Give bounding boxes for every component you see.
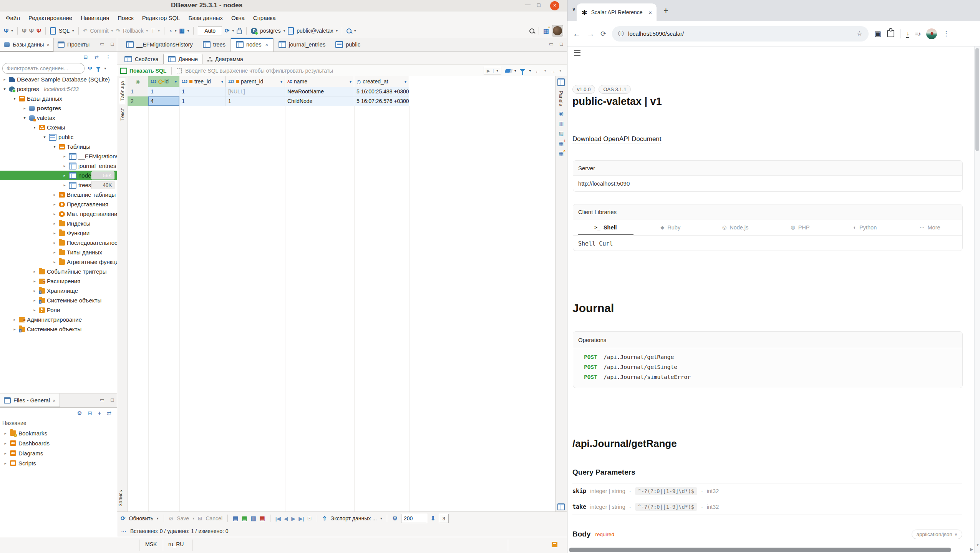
- expand-filter-icon[interactable]: [177, 68, 182, 73]
- close-button[interactable]: ×: [550, 1, 559, 10]
- refresh-dropdown[interactable]: ▾: [232, 29, 234, 33]
- tab-nodes[interactable]: nodes×: [230, 38, 274, 51]
- collapse-all-icon[interactable]: ⊟: [88, 410, 92, 416]
- tree-item-extensions[interactable]: ▸Расширения: [0, 276, 117, 286]
- tree-item-postgres-connection[interactable]: ▾postgreslocalhost:5433: [0, 84, 117, 94]
- minimize-button[interactable]: —: [525, 1, 531, 7]
- extensions-puzzle-icon[interactable]: [887, 30, 894, 37]
- cell-tree-id[interactable]: 1: [179, 96, 226, 106]
- details-icon[interactable]: ⋯: [121, 528, 126, 534]
- disconnect-icon[interactable]: Ψ: [36, 28, 41, 34]
- chevron-down-icon[interactable]: ▾: [42, 135, 47, 139]
- chevron-right-icon[interactable]: ▸: [22, 106, 27, 110]
- save-button[interactable]: Save: [177, 515, 189, 521]
- apply-filter-button[interactable]: ▶|▾: [484, 67, 501, 75]
- transaction-dropdown[interactable]: ▾: [158, 29, 160, 33]
- filter-funnel-icon[interactable]: [96, 67, 100, 70]
- connection-select[interactable]: postgres: [260, 28, 281, 34]
- cancel-button[interactable]: Cancel: [206, 515, 222, 521]
- dbeaver-profile-button[interactable]: [552, 25, 563, 37]
- locale-indicator[interactable]: ru_RU: [168, 541, 184, 547]
- tab-organizer-icon[interactable]: ▣: [874, 29, 881, 38]
- chevron-right-icon[interactable]: ▸: [62, 183, 67, 187]
- chevron-right-icon[interactable]: ▸: [32, 308, 37, 312]
- tree-item-journal-entries[interactable]: ▸journal_entries: [0, 161, 117, 171]
- history-forward-dropdown[interactable]: ▾: [559, 69, 561, 73]
- select-all-corner[interactable]: ◉: [128, 76, 148, 87]
- refresh-button[interactable]: Обновить: [129, 515, 153, 521]
- cell-created-at[interactable]: 5 16:07:26.576 +0300: [354, 96, 409, 106]
- link-with-editor-icon[interactable]: ⇄: [95, 54, 99, 60]
- db-task-icon[interactable]: [552, 542, 557, 547]
- lib-tab-more[interactable]: ⋯More: [897, 219, 962, 235]
- quick-search-icon[interactable]: [529, 28, 534, 33]
- connection-filter-input[interactable]: [2, 63, 85, 74]
- downloads-icon[interactable]: ↓: [906, 30, 909, 38]
- chevron-right-icon[interactable]: ▸: [62, 173, 67, 178]
- cell-name[interactable]: ChildNode: [285, 96, 354, 106]
- filters-funnel-icon[interactable]: [520, 69, 525, 72]
- refresh-dropdown[interactable]: ▾: [157, 516, 159, 520]
- menu-search[interactable]: Поиск: [113, 15, 138, 21]
- cell-parent-id[interactable]: 1: [226, 96, 285, 106]
- address-bar[interactable]: ⓘ localhost:5090/scalar/ ☆: [612, 26, 869, 42]
- tree-item-sample-db[interactable]: ▸DBeaver Sample Database (SQLite): [0, 75, 117, 84]
- tab-projects[interactable]: Проекты: [54, 38, 93, 51]
- delete-row-icon[interactable]: ▤: [260, 515, 265, 522]
- tree-item-tables-folder[interactable]: ▾Таблицы: [0, 142, 117, 151]
- chevron-right-icon[interactable]: ▸: [3, 441, 8, 445]
- sql-editor-icon[interactable]: [50, 27, 56, 35]
- export-button[interactable]: Экспорт данных ...: [330, 515, 377, 521]
- cell-id-selected[interactable]: 4: [148, 96, 179, 106]
- subtab-diagram[interactable]: Диаграмма: [203, 54, 247, 64]
- tree-item-mat-views[interactable]: ▸Мат. представления: [0, 209, 117, 219]
- new-tab-button[interactable]: +: [663, 6, 668, 16]
- chevron-down-icon[interactable]: ▾: [32, 125, 37, 130]
- forward-icon[interactable]: →: [587, 29, 595, 38]
- close-tab-icon[interactable]: ×: [53, 398, 56, 404]
- result-count-button[interactable]: 3: [439, 514, 449, 523]
- cell-created-at[interactable]: 5 16:00:25.488 +0300: [354, 87, 409, 96]
- chevron-right-icon[interactable]: ▸: [3, 461, 8, 465]
- chevron-down-icon[interactable]: ▾: [12, 96, 17, 101]
- column-header-tree-id[interactable]: 123tree_id▾: [179, 76, 226, 87]
- tree-item-efmigrations[interactable]: ▸__EFMigrationsHistory: [0, 151, 117, 161]
- add-row-icon[interactable]: ▤: [242, 515, 247, 522]
- download-openapi-link[interactable]: Download OpenAPI Document: [572, 135, 662, 143]
- sidebar-hamburger-icon[interactable]: [574, 50, 580, 56]
- scroll-down-arrow-icon[interactable]: ▼: [976, 543, 979, 547]
- sql-editor-button[interactable]: SQL: [59, 28, 70, 34]
- tree-item-schemas[interactable]: ▾Схемы: [0, 123, 117, 132]
- scrollbar-thumb[interactable]: [975, 48, 979, 151]
- history-forward-icon[interactable]: →: [550, 68, 555, 74]
- profile-avatar[interactable]: [926, 28, 937, 39]
- files-item-diagrams[interactable]: ▸Diagrams: [0, 448, 117, 458]
- new-connection-icon[interactable]: Ψ: [4, 28, 8, 34]
- chevron-down-icon[interactable]: ▾: [52, 144, 57, 149]
- fetch-all-icon[interactable]: ⇩: [431, 515, 436, 522]
- chevron-right-icon[interactable]: ▸: [12, 317, 17, 322]
- panel-maximize-icon[interactable]: □: [111, 41, 114, 47]
- column-menu-icon[interactable]: ▾: [405, 80, 406, 84]
- tree-item-administration[interactable]: ▸Администрирование: [0, 315, 117, 324]
- param-row-skip[interactable]: skip integer | string · ^-?(?:0|[1-9]\d*…: [572, 483, 962, 499]
- chevron-right-icon[interactable]: ▸: [32, 269, 37, 274]
- chevron-right-icon[interactable]: ▸: [52, 202, 57, 206]
- chevron-right-icon[interactable]: ▸: [52, 241, 57, 245]
- column-header-parent-id[interactable]: 123parent_id▾: [226, 76, 285, 87]
- cell-id[interactable]: 1: [148, 87, 179, 96]
- settings-gear-icon[interactable]: ⚙: [392, 515, 397, 522]
- tree-item-data-types[interactable]: ▸Типы данных: [0, 247, 117, 257]
- chevron-right-icon[interactable]: ▸: [52, 231, 57, 235]
- site-info-icon[interactable]: ⓘ: [618, 30, 624, 37]
- save-dropdown[interactable]: ▾: [192, 516, 194, 520]
- maximize-button[interactable]: □: [537, 2, 540, 8]
- record-panel-icon[interactable]: ◉: [559, 111, 563, 116]
- commit-dropdown[interactable]: ▾: [111, 29, 113, 33]
- lib-tab-ruby[interactable]: ◆Ruby: [638, 219, 703, 235]
- clear-dropdown[interactable]: ▾: [514, 69, 516, 73]
- menu-database[interactable]: База данных: [184, 15, 227, 21]
- chevron-down-icon[interactable]: ▾: [22, 116, 27, 120]
- new-connection-dropdown[interactable]: ▾: [11, 29, 13, 33]
- tab-trees[interactable]: trees: [198, 38, 230, 51]
